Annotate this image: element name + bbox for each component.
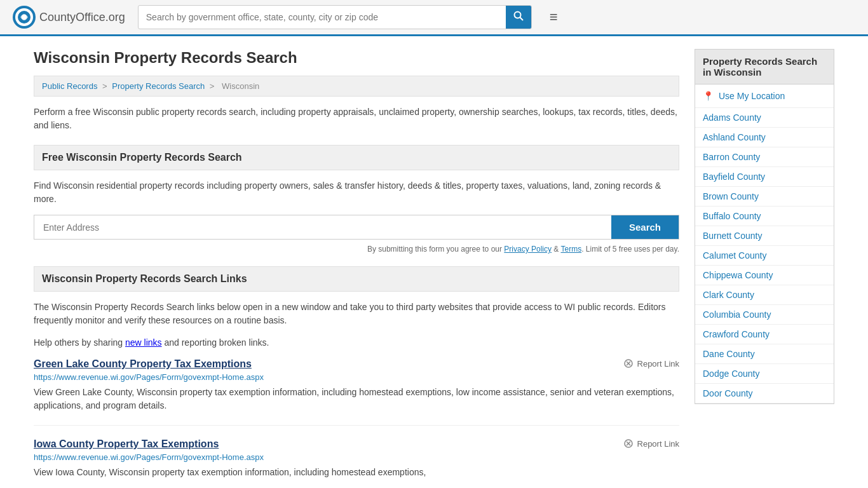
county-link[interactable]: Brown County bbox=[695, 187, 834, 206]
page-intro: Perform a free Wisconsin public property… bbox=[34, 105, 679, 132]
header-search-bar bbox=[138, 5, 532, 29]
links-section: Wisconsin Property Records Search Links … bbox=[34, 266, 679, 488]
link-item: Iowa County Property Tax Exemptions Repo… bbox=[34, 438, 679, 488]
use-location-link[interactable]: Use My Location bbox=[719, 91, 785, 101]
header-search-button[interactable] bbox=[506, 6, 531, 29]
list-item: Dane County bbox=[695, 344, 834, 364]
main-content: Wisconsin Property Records Search Public… bbox=[34, 49, 679, 488]
sidebar-section: 📍 Use My Location Adams County Ashland C… bbox=[695, 85, 834, 404]
links-section-heading: Wisconsin Property Records Search Links bbox=[34, 266, 679, 292]
report-icon bbox=[623, 358, 634, 369]
links-help-text: Help others by sharing new links and rep… bbox=[34, 336, 679, 349]
logo-name: CountyOffice bbox=[39, 11, 105, 24]
list-item: Adams County bbox=[695, 108, 834, 128]
list-item: Columbia County bbox=[695, 305, 834, 325]
list-item: Clark County bbox=[695, 285, 834, 305]
link-title[interactable]: Iowa County Property Tax Exemptions bbox=[34, 438, 219, 450]
link-item: Green Lake County Property Tax Exemption… bbox=[34, 358, 679, 426]
county-link[interactable]: Dane County bbox=[695, 344, 834, 363]
form-disclaimer: By submitting this form you agree to our… bbox=[34, 245, 679, 254]
county-link[interactable]: Buffalo County bbox=[695, 207, 834, 226]
county-link[interactable]: Bayfield County bbox=[695, 167, 834, 186]
logo[interactable]: CountyOffice.org bbox=[13, 6, 125, 29]
county-link[interactable]: Clark County bbox=[695, 285, 834, 304]
main-layout: Wisconsin Property Records Search Public… bbox=[21, 36, 847, 488]
breadcrumb-property-records[interactable]: Property Records Search bbox=[112, 81, 205, 91]
location-pin-icon: 📍 bbox=[703, 91, 714, 101]
county-link[interactable]: Columbia County bbox=[695, 305, 834, 324]
list-item: Buffalo County bbox=[695, 207, 834, 226]
county-link[interactable]: Ashland County bbox=[695, 128, 834, 147]
county-link[interactable]: Adams County bbox=[695, 108, 834, 127]
county-link[interactable]: Barron County bbox=[695, 147, 834, 166]
list-item: Burnett County bbox=[695, 226, 834, 246]
hamburger-menu-button[interactable]: ≡ bbox=[550, 9, 558, 25]
breadcrumb-current: Wisconsin bbox=[222, 81, 259, 91]
list-item: Bayfield County bbox=[695, 167, 834, 187]
breadcrumb: Public Records > Property Records Search… bbox=[34, 76, 679, 97]
links-section-intro: The Wisconsin Property Records Search li… bbox=[34, 301, 679, 327]
county-link[interactable]: Chippewa County bbox=[695, 266, 834, 285]
free-search-description: Find Wisconsin residential property reco… bbox=[34, 179, 679, 206]
svg-point-4 bbox=[514, 12, 520, 18]
logo-icon bbox=[13, 6, 36, 29]
county-link[interactable]: Burnett County bbox=[695, 226, 834, 245]
header-search-input[interactable] bbox=[139, 7, 506, 27]
county-link[interactable]: Calumet County bbox=[695, 246, 834, 265]
list-item: Door County bbox=[695, 384, 834, 403]
address-input[interactable] bbox=[34, 215, 611, 239]
link-description: View Iowa County, Wisconsin property tax… bbox=[34, 466, 679, 479]
report-link-button[interactable]: Report Link bbox=[623, 358, 679, 369]
county-list: Adams County Ashland County Barron Count… bbox=[695, 108, 834, 403]
terms-link[interactable]: Terms bbox=[560, 245, 581, 254]
report-icon bbox=[623, 438, 634, 449]
sidebar-title: Property Records Search in Wisconsin bbox=[695, 49, 834, 85]
new-links-link[interactable]: new links bbox=[125, 337, 162, 348]
sidebar: Property Records Search in Wisconsin 📍 U… bbox=[695, 49, 834, 488]
address-search-form: Search bbox=[34, 215, 679, 240]
county-link[interactable]: Dodge County bbox=[695, 364, 834, 383]
svg-point-3 bbox=[22, 15, 27, 20]
report-link-button[interactable]: Report Link bbox=[623, 438, 679, 449]
county-link[interactable]: Crawford County bbox=[695, 325, 834, 344]
use-location-item[interactable]: 📍 Use My Location bbox=[695, 85, 834, 108]
list-item: Chippewa County bbox=[695, 266, 834, 285]
list-item: Barron County bbox=[695, 147, 834, 167]
breadcrumb-public-records[interactable]: Public Records bbox=[42, 81, 97, 91]
link-description: View Green Lake County, Wisconsin proper… bbox=[34, 386, 679, 412]
site-header: CountyOffice.org ≡ bbox=[0, 0, 868, 36]
logo-suffix: .org bbox=[105, 11, 125, 24]
logo-text: CountyOffice.org bbox=[39, 11, 125, 24]
link-url: https://www.revenue.wi.gov/Pages/Form/go… bbox=[34, 452, 679, 462]
list-item: Crawford County bbox=[695, 325, 834, 344]
county-link[interactable]: Door County bbox=[695, 384, 834, 403]
privacy-policy-link[interactable]: Privacy Policy bbox=[504, 245, 552, 254]
link-title[interactable]: Green Lake County Property Tax Exemption… bbox=[34, 358, 252, 370]
list-item: Calumet County bbox=[695, 246, 834, 266]
page-title: Wisconsin Property Records Search bbox=[34, 49, 679, 67]
free-search-heading: Free Wisconsin Property Records Search bbox=[34, 145, 679, 170]
list-item: Brown County bbox=[695, 187, 834, 207]
svg-line-5 bbox=[520, 18, 523, 21]
list-item: Dodge County bbox=[695, 364, 834, 384]
link-url: https://www.revenue.wi.gov/Pages/Form/go… bbox=[34, 372, 679, 382]
list-item: Ashland County bbox=[695, 128, 834, 147]
address-search-button[interactable]: Search bbox=[611, 215, 679, 239]
